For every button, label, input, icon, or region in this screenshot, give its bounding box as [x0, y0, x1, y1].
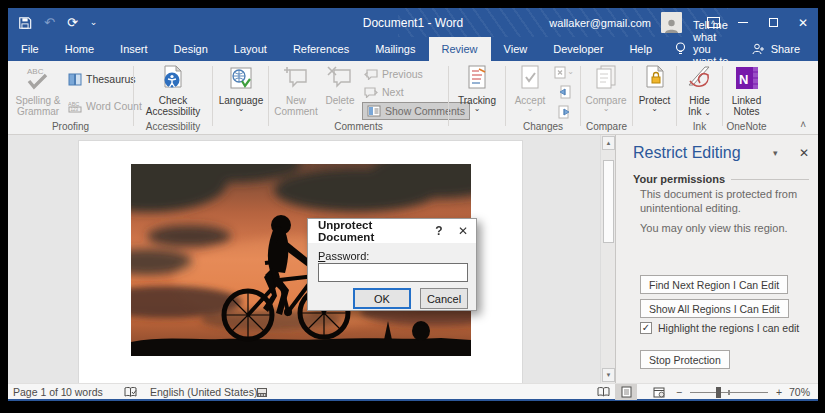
tell-me-box[interactable]: Tell me what you want to do — [665, 37, 742, 61]
new-comment-button[interactable]: New Comment — [273, 63, 319, 117]
stop-protection-button[interactable]: Stop Protection — [640, 350, 730, 369]
status-bar: Page 1 of 1 0 words English (United Stat… — [8, 383, 818, 399]
next-change-icon — [558, 105, 571, 119]
avatar[interactable] — [661, 12, 682, 33]
tracking-button[interactable]: Tracking ⌄ — [452, 63, 502, 112]
scrollbar-thumb[interactable] — [603, 160, 614, 243]
scroll-up-icon[interactable]: ▲ — [602, 136, 615, 150]
collapse-ribbon-icon[interactable]: ˄ — [800, 119, 806, 130]
tab-home[interactable]: Home — [52, 37, 107, 61]
tab-mailings[interactable]: Mailings — [362, 37, 428, 61]
view-only-message: You may only view this region. — [640, 221, 804, 235]
thesaurus-button[interactable]: Thesaurus — [68, 70, 136, 88]
language-indicator[interactable]: English (United States) — [150, 384, 257, 400]
password-input[interactable] — [318, 263, 468, 282]
group-label-accessibility: Accessibility — [134, 121, 212, 132]
svg-text:ABC: ABC — [27, 67, 44, 76]
titlebar-right: wallaker@gmail.com ˄ ✕ — [549, 8, 818, 37]
compare-button[interactable]: Compare ⌄ — [583, 63, 629, 112]
language-icon — [229, 63, 253, 93]
web-layout-button[interactable] — [648, 384, 670, 400]
word-count-icon: ABC123 — [68, 100, 82, 113]
svg-text:123: 123 — [71, 107, 79, 112]
accept-button[interactable]: Accept ⌄ — [508, 63, 552, 112]
chevron-down-icon: ⌄ — [704, 108, 711, 117]
scroll-down-icon[interactable]: ▼ — [602, 368, 615, 382]
tracking-icon — [466, 63, 488, 93]
show-comments-icon — [367, 105, 381, 117]
zoom-in-icon[interactable]: + — [776, 384, 782, 400]
dialog-close-icon[interactable]: ✕ — [450, 224, 476, 238]
svg-text:N: N — [739, 72, 748, 87]
share-button[interactable]: Share — [742, 37, 818, 61]
vertical-scrollbar[interactable]: ▲ ▼ — [600, 135, 615, 383]
pane-close-icon[interactable]: ✕ — [799, 146, 809, 160]
page-indicator[interactable]: Page 1 of 1 — [13, 384, 67, 400]
pane-dropdown-icon[interactable]: ▾ — [773, 148, 778, 158]
cancel-button[interactable]: Cancel — [420, 288, 468, 309]
zoom-level[interactable]: 70% — [789, 384, 810, 400]
your-permissions-heading: Your permissions — [633, 173, 809, 185]
group-label-onenote: OneNote — [723, 121, 770, 132]
hide-ink-button[interactable]: Hide Ink ⌄ — [680, 63, 719, 117]
delete-comment-button[interactable]: Delete ⌄ — [321, 63, 359, 112]
group-protect: Protect ⌄ — [633, 61, 676, 134]
ok-button[interactable]: OK — [353, 288, 411, 309]
dialog-title: Unprotect Document — [318, 219, 428, 243]
protect-button[interactable]: Protect ⌄ — [635, 63, 674, 112]
group-proofing: ABC Spelling & Grammar Thesaurus ABC123 … — [8, 61, 133, 134]
customize-qat-icon[interactable]: ⌄ — [90, 18, 98, 27]
zoom-out-icon[interactable]: − — [676, 384, 682, 400]
check-accessibility-button[interactable]: Check Accessibility ⌄ — [142, 63, 204, 128]
tab-review[interactable]: Review — [429, 37, 491, 61]
close-button[interactable]: ✕ — [788, 8, 818, 37]
previous-change-button[interactable] — [554, 83, 574, 101]
macro-record-icon[interactable] — [256, 384, 268, 400]
next-change-button[interactable] — [554, 103, 574, 121]
tab-insert[interactable]: Insert — [107, 37, 161, 61]
word-count-indicator[interactable]: 0 words — [66, 384, 103, 400]
spelling-grammar-button[interactable]: ABC Spelling & Grammar — [12, 63, 64, 117]
show-all-regions-button[interactable]: Show All Regions I Can Edit — [640, 299, 789, 318]
group-label-comments: Comments — [269, 121, 448, 132]
linked-notes-button[interactable]: N Linked Notes — [727, 63, 766, 117]
compare-icon — [593, 63, 619, 93]
highlight-regions-checkbox[interactable]: ✓ — [640, 322, 652, 334]
read-mode-button[interactable] — [592, 384, 614, 400]
undo-icon[interactable]: ↶ — [44, 16, 55, 29]
tab-developer[interactable]: Developer — [540, 37, 616, 61]
new-comment-icon — [283, 63, 309, 93]
group-tracking: Tracking ⌄ — [449, 61, 505, 134]
group-label-compare: Compare — [581, 121, 632, 132]
save-icon[interactable] — [18, 16, 32, 30]
dialog-titlebar: Unprotect Document ? ✕ — [308, 219, 476, 243]
next-comment-button[interactable]: Next — [364, 83, 404, 101]
group-ink: Hide Ink ⌄ Ink — [677, 61, 722, 134]
tab-help[interactable]: Help — [616, 37, 665, 61]
chevron-down-icon: ⌄ — [238, 106, 245, 112]
maximize-button[interactable] — [758, 8, 788, 37]
language-button[interactable]: Language ⌄ — [216, 63, 266, 112]
tab-references[interactable]: References — [280, 37, 362, 61]
zoom-slider-thumb[interactable] — [716, 387, 721, 398]
minimize-button[interactable] — [728, 8, 758, 37]
word-count-button[interactable]: ABC123 Word Count — [68, 97, 142, 115]
tab-design[interactable]: Design — [161, 37, 221, 61]
reject-change-button[interactable]: ⌄ — [554, 63, 574, 81]
next-comment-icon — [364, 86, 378, 98]
zoom-slider-center-tick — [728, 390, 730, 395]
account-email[interactable]: wallaker@gmail.com — [549, 17, 651, 29]
tab-view[interactable]: View — [491, 37, 541, 61]
dialog-help-icon[interactable]: ? — [428, 224, 450, 238]
proofing-status-icon[interactable] — [124, 384, 137, 400]
previous-comment-icon — [364, 68, 378, 80]
chevron-down-icon: ⌄ — [567, 69, 574, 75]
redo-icon[interactable]: ⟳ — [67, 16, 78, 29]
share-person-icon — [752, 43, 765, 56]
previous-comment-button[interactable]: Previous — [364, 65, 423, 83]
lightbulb-icon — [675, 42, 686, 56]
print-layout-button[interactable] — [615, 384, 637, 400]
find-next-region-button[interactable]: Find Next Region I Can Edit — [640, 275, 788, 294]
tab-layout[interactable]: Layout — [221, 37, 280, 61]
tab-file[interactable]: File — [8, 37, 52, 61]
